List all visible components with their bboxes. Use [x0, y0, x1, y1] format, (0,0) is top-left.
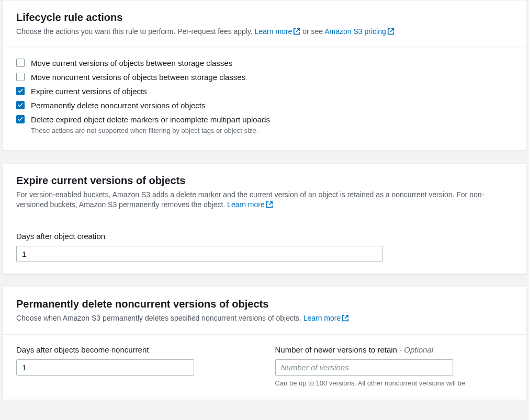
panel-header: Expire current versions of objects For v… [3, 164, 526, 221]
section-subtitle: For version-enabled buckets, Amazon S3 a… [16, 190, 513, 211]
expire-current-versions-panel: Expire current versions of objects For v… [2, 163, 527, 274]
days-noncurrent-label: Days after objects become noncurrent [16, 344, 254, 355]
panel-header: Permanently delete noncurrent versions o… [3, 287, 526, 335]
external-link-icon [342, 314, 349, 325]
external-link-icon [387, 28, 395, 38]
learn-more-link[interactable]: Learn more [303, 314, 350, 322]
section-subtitle: Choose the actions you want this rule to… [16, 27, 513, 38]
checkbox-label: Delete expired object delete markers or … [31, 114, 270, 125]
checkbox-label: Move current versions of objects between… [31, 58, 232, 69]
action-row-delete-markers: Delete expired object delete markers or … [16, 114, 513, 135]
panel-body: Days after object creation [3, 221, 526, 274]
checkbox-label: Permanently delete noncurrent versions o… [31, 100, 206, 111]
panel-body: Move current versions of objects between… [3, 48, 526, 150]
action-row-expire-current: Expire current versions of objects [16, 86, 513, 97]
lifecycle-rule-actions-panel: Lifecycle rule actions Choose the action… [2, 0, 527, 151]
right-column: Number of newer versions to retain - Opt… [275, 344, 513, 388]
external-link-icon [266, 201, 273, 211]
section-title: Permanently delete noncurrent versions o… [16, 297, 513, 311]
checkbox-sublabel: These actions are not supported when fil… [31, 126, 270, 135]
external-link-icon [293, 28, 300, 38]
checkbox[interactable] [16, 101, 25, 109]
days-after-creation-label: Days after object creation [16, 231, 513, 242]
versions-retain-hint: Can be up to 100 versions. All other non… [275, 379, 495, 388]
versions-retain-input[interactable] [275, 359, 453, 376]
section-title: Lifecycle rule actions [16, 10, 513, 25]
permanently-delete-panel: Permanently delete noncurrent versions o… [2, 287, 527, 400]
learn-more-link[interactable]: Learn more [255, 27, 301, 36]
section-subtitle: Choose when Amazon S3 permanently delete… [16, 313, 513, 325]
action-row-move-current: Move current versions of objects between… [16, 58, 513, 69]
days-noncurrent-input[interactable] [16, 359, 194, 376]
left-column: Days after objects become noncurrent [16, 344, 254, 388]
checkbox-label: Move noncurrent versions of objects betw… [31, 72, 245, 83]
section-title: Expire current versions of objects [16, 173, 513, 188]
action-row-permanently-delete: Permanently delete noncurrent versions o… [16, 100, 513, 111]
checkbox[interactable] [16, 115, 25, 123]
days-after-creation-input[interactable] [16, 246, 382, 262]
learn-more-link[interactable]: Learn more [227, 200, 273, 209]
panel-header: Lifecycle rule actions Choose the action… [3, 1, 526, 48]
checkbox[interactable] [16, 59, 25, 67]
pricing-link[interactable]: Amazon S3 pricing [324, 27, 395, 36]
panel-body: Days after objects become noncurrent Num… [3, 335, 526, 400]
versions-retain-label: Number of newer versions to retain - Opt… [275, 344, 513, 355]
checkbox[interactable] [16, 73, 25, 81]
checkbox[interactable] [16, 87, 25, 95]
checkbox-label: Expire current versions of objects [31, 86, 147, 97]
action-row-move-noncurrent: Move noncurrent versions of objects betw… [16, 72, 513, 83]
